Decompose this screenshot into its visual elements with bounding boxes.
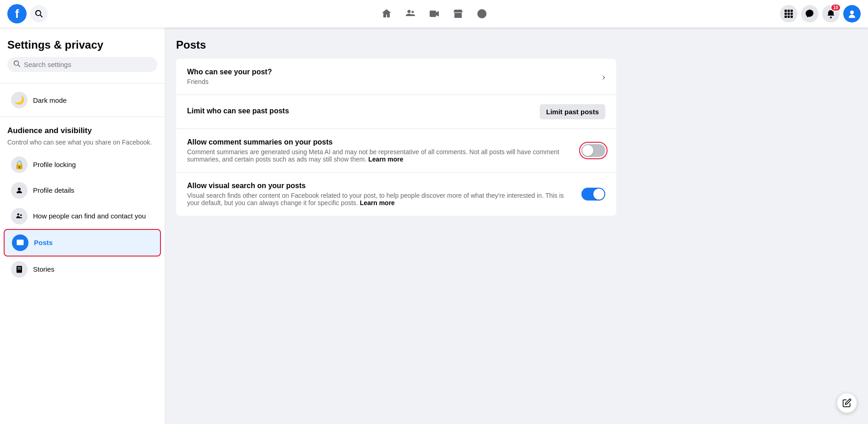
svg-rect-7 xyxy=(785,13,787,15)
chevron-right-icon: › xyxy=(602,72,605,82)
limit-past-posts-row: Limit who can see past posts Limit past … xyxy=(176,95,616,129)
gaming-nav-button[interactable] xyxy=(471,3,493,25)
sidebar-item-stories[interactable]: Stories xyxy=(4,257,161,282)
dark-mode-icon: 🌙 xyxy=(11,92,28,108)
svg-rect-9 xyxy=(791,13,793,15)
visual-search-learn-more[interactable]: Learn more xyxy=(360,199,395,206)
comment-summaries-toggle-wrapper xyxy=(581,144,605,157)
comment-summaries-toggle[interactable] xyxy=(581,144,605,157)
posts-settings-card: Who can see your post? Friends › Limit w… xyxy=(176,59,616,216)
settings-sidebar: Settings & privacy 🌙 Dark mode Audience … xyxy=(0,28,165,424)
find-contact-label: How people can find and contact you xyxy=(33,212,146,220)
audience-section-title: Audience and visibility xyxy=(0,121,165,137)
marketplace-nav-button[interactable] xyxy=(447,3,469,25)
profile-details-label: Profile details xyxy=(33,186,74,194)
svg-point-14 xyxy=(850,11,854,14)
visual-search-info: Allow visual search on your posts Visual… xyxy=(187,182,581,206)
search-button[interactable] xyxy=(30,5,48,22)
visual-search-track[interactable] xyxy=(581,188,605,201)
stories-icon xyxy=(11,261,28,278)
friends-nav-button[interactable] xyxy=(399,3,421,25)
notification-count: 10 xyxy=(830,4,841,11)
visual-search-toggle[interactable] xyxy=(581,188,605,201)
svg-rect-8 xyxy=(788,13,790,15)
posts-icon xyxy=(12,234,28,251)
video-nav-button[interactable] xyxy=(423,3,445,25)
comment-summaries-subtitle: Comment summaries are generated using Me… xyxy=(187,148,570,163)
sidebar-item-profile-details[interactable]: Profile details xyxy=(4,178,161,203)
visual-search-subtitle: Visual search finds other content on Fac… xyxy=(187,192,570,206)
divider-2 xyxy=(0,117,165,117)
visual-search-thumb xyxy=(593,189,604,200)
messenger-button[interactable] xyxy=(801,5,818,22)
comment-summaries-track[interactable] xyxy=(581,144,605,157)
svg-point-17 xyxy=(20,214,22,216)
home-nav-button[interactable] xyxy=(376,3,398,25)
nav-center xyxy=(99,3,769,25)
sidebar-header: Settings & privacy xyxy=(0,35,165,79)
user-avatar-button[interactable] xyxy=(843,5,861,22)
svg-rect-5 xyxy=(788,10,790,12)
dark-mode-label: Dark mode xyxy=(33,96,66,104)
limit-past-posts-info: Limit who can see past posts xyxy=(187,107,540,117)
who-can-see-info: Who can see your post? Friends xyxy=(187,68,602,85)
content-title: Posts xyxy=(176,39,857,51)
svg-rect-2 xyxy=(430,11,436,17)
stories-label: Stories xyxy=(33,265,55,273)
limit-past-posts-button[interactable]: Limit past posts xyxy=(540,104,605,119)
content-area: Posts Who can see your post? Friends › L… xyxy=(165,28,868,424)
comment-summaries-row: Allow comment summaries on your posts Co… xyxy=(176,129,616,173)
sidebar-item-find-contact[interactable]: How people can find and contact you xyxy=(4,203,161,229)
svg-rect-12 xyxy=(791,16,793,18)
notifications-button[interactable]: 10 xyxy=(822,5,840,22)
limit-past-posts-title: Limit who can see past posts xyxy=(187,107,529,115)
sidebar-item-posts[interactable]: Posts xyxy=(4,229,161,257)
visual-search-row: Allow visual search on your posts Visual… xyxy=(176,173,616,216)
sidebar-item-dark-mode[interactable]: 🌙 Dark mode xyxy=(4,87,161,113)
who-can-see-title: Who can see your post? xyxy=(187,68,591,76)
svg-point-13 xyxy=(830,17,832,18)
who-can-see-action[interactable]: › xyxy=(602,72,605,82)
svg-rect-21 xyxy=(17,266,22,273)
floating-edit-button[interactable] xyxy=(837,393,857,413)
who-can-see-row[interactable]: Who can see your post? Friends › xyxy=(176,59,616,95)
facebook-logo[interactable]: f xyxy=(7,4,27,23)
visual-search-toggle-wrapper xyxy=(581,188,605,201)
nav-left: f xyxy=(7,4,99,23)
grid-menu-button[interactable] xyxy=(780,5,797,22)
audience-section-subtitle: Control who can see what you share on Fa… xyxy=(0,137,165,152)
search-settings-input[interactable] xyxy=(24,61,151,68)
nav-right: 10 xyxy=(769,5,861,22)
profile-details-icon xyxy=(11,182,28,199)
sidebar-title: Settings & privacy xyxy=(7,39,157,51)
who-can-see-subtitle: Friends xyxy=(187,78,591,85)
search-settings-icon xyxy=(14,61,20,68)
main-layout: Settings & privacy 🌙 Dark mode Audience … xyxy=(0,28,868,424)
divider-1 xyxy=(0,83,165,84)
search-settings-box[interactable] xyxy=(7,57,157,72)
limit-past-posts-action: Limit past posts xyxy=(540,104,605,119)
comment-summaries-title: Allow comment summaries on your posts xyxy=(187,138,570,146)
profile-locking-icon: 🔒 xyxy=(11,156,28,173)
svg-rect-11 xyxy=(788,16,790,18)
svg-point-16 xyxy=(17,213,20,216)
svg-rect-4 xyxy=(785,10,787,12)
svg-point-1 xyxy=(411,11,414,13)
comment-summaries-info: Allow comment summaries on your posts Co… xyxy=(187,138,581,163)
svg-point-15 xyxy=(18,188,21,190)
sidebar-item-profile-locking[interactable]: 🔒 Profile locking xyxy=(4,152,161,178)
visual-search-title: Allow visual search on your posts xyxy=(187,182,570,190)
find-contact-icon xyxy=(11,208,28,224)
svg-rect-6 xyxy=(791,10,793,12)
svg-rect-10 xyxy=(785,16,787,18)
posts-label: Posts xyxy=(34,239,53,246)
comment-summaries-learn-more[interactable]: Learn more xyxy=(368,156,403,163)
svg-point-0 xyxy=(407,10,410,13)
top-navigation: f xyxy=(0,0,868,28)
profile-locking-label: Profile locking xyxy=(33,161,76,168)
comment-summaries-thumb xyxy=(582,145,593,156)
